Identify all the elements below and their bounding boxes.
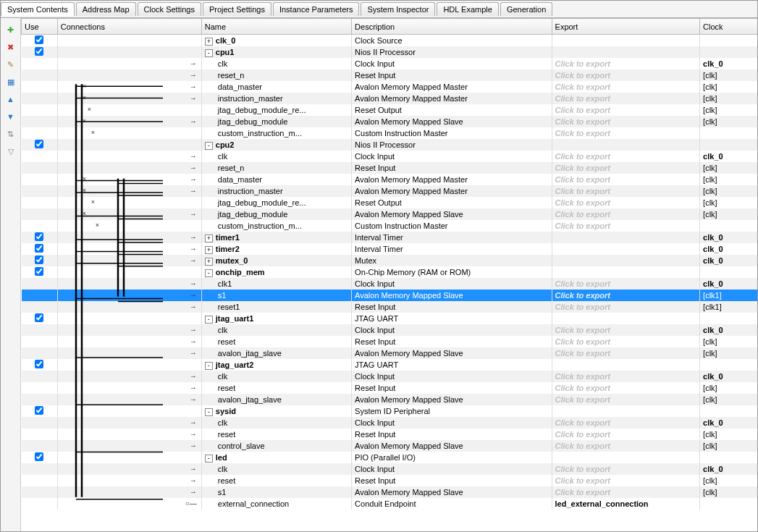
add-button[interactable]: ✚	[4, 23, 17, 36]
collapse-icon[interactable]: -	[205, 142, 213, 150]
collapse-icon[interactable]: -	[205, 408, 213, 416]
row-clock[interactable]: clk_0	[700, 417, 757, 428]
col-header-name[interactable]: Name	[201, 19, 351, 35]
connections-cell[interactable]: →	[57, 371, 201, 382]
connections-cell[interactable]: ○—	[57, 498, 201, 510]
connections-cell[interactable]: →	[57, 463, 201, 475]
tab-system-contents[interactable]: System Contents	[1, 2, 75, 16]
connections-cell[interactable]: →	[57, 162, 201, 174]
collapse-icon[interactable]: -	[205, 316, 213, 324]
tab-address-map[interactable]: Address Map	[76, 2, 136, 16]
row-export[interactable]	[552, 359, 700, 371]
table-row[interactable]: →×data_masterAvalon Memory Mapped Master…	[22, 81, 758, 93]
row-clock[interactable]: clk_0	[700, 324, 757, 336]
row-clock[interactable]	[700, 127, 757, 139]
row-clock[interactable]: [clk]	[700, 336, 757, 347]
row-clock[interactable]: [clk]	[700, 440, 757, 452]
connections-cell[interactable]: →×	[57, 174, 201, 185]
row-clock[interactable]	[700, 452, 757, 463]
table-row[interactable]: →reset_nReset InputClick to export[clk]	[22, 162, 758, 174]
row-export[interactable]: Click to export	[552, 93, 700, 104]
row-clock[interactable]: [clk1]	[700, 290, 757, 301]
row-export[interactable]: Click to export	[552, 197, 700, 208]
table-row[interactable]: →clkClock InputClick to exportclk_0	[22, 417, 758, 428]
row-export[interactable]	[552, 313, 700, 324]
use-checkbox[interactable]	[35, 140, 43, 148]
connections-cell[interactable]: →×	[57, 185, 201, 197]
use-checkbox[interactable]	[35, 35, 43, 44]
table-row[interactable]: →+timer1Interval Timerclk_0🔒0x000410000x…	[22, 232, 758, 243]
row-clock[interactable]: clk_0	[700, 278, 757, 290]
col-header-clock[interactable]: Clock	[700, 19, 757, 35]
row-clock[interactable]	[700, 266, 757, 278]
row-clock[interactable]: [clk]	[700, 394, 757, 405]
use-checkbox[interactable]	[35, 244, 43, 253]
down-button[interactable]: ▼	[4, 110, 17, 123]
row-clock[interactable]: [clk]	[700, 347, 757, 359]
row-export[interactable]: Click to export	[552, 81, 700, 93]
row-clock[interactable]: clk_0	[700, 371, 757, 382]
edit-button[interactable]: ✎	[4, 58, 17, 71]
table-row[interactable]: ×jtag_debug_module_re...Reset OutputClic…	[22, 104, 758, 116]
row-clock[interactable]	[700, 220, 757, 232]
table-row[interactable]: →+mutex_0Mutexclk_0🔒0x000410380x0004103f	[22, 255, 758, 266]
connections-cell[interactable]: →×	[57, 116, 201, 127]
use-checkbox[interactable]	[35, 406, 43, 415]
table-row[interactable]: -jtag_uart1JTAG UART	[22, 313, 758, 324]
connections-cell[interactable]: →	[57, 475, 201, 486]
row-export[interactable]: Click to export	[552, 290, 700, 301]
connections-cell[interactable]	[57, 452, 201, 463]
col-header-connections[interactable]: Connections	[57, 19, 201, 35]
expand-icon[interactable]: +	[205, 246, 213, 254]
row-export[interactable]: Click to export	[552, 371, 700, 382]
connections-cell[interactable]: →	[57, 336, 201, 347]
connections-cell[interactable]: →	[57, 69, 201, 81]
table-row[interactable]: →control_slaveAvalon Memory Mapped Slave…	[22, 440, 758, 452]
connections-cell[interactable]: →	[57, 417, 201, 428]
connections-cell[interactable]: →	[57, 394, 201, 405]
row-export[interactable]	[552, 243, 700, 255]
filter-button[interactable]: ▽	[4, 145, 17, 158]
table-row[interactable]: →resetReset InputClick to export[clk]	[22, 428, 758, 440]
row-clock[interactable]: clk_0	[700, 151, 757, 162]
row-export[interactable]: Click to export	[552, 151, 700, 162]
row-export[interactable]	[552, 232, 700, 243]
table-row[interactable]: →resetReset InputClick to export[clk]	[22, 382, 758, 394]
table-row[interactable]: →clk1Clock InputClick to exportclk_0	[22, 278, 758, 290]
row-clock[interactable]: [clk]	[700, 93, 757, 104]
connections-cell[interactable]	[57, 46, 201, 58]
connections-cell[interactable]: →	[57, 440, 201, 452]
connections-cell[interactable]	[57, 35, 201, 47]
table-row[interactable]: ×custom_instruction_m...Custom Instructi…	[22, 127, 758, 139]
row-export[interactable]	[552, 266, 700, 278]
row-clock[interactable]: clk_0	[700, 463, 757, 475]
conn-button[interactable]: ▦	[4, 75, 17, 88]
use-checkbox[interactable]	[35, 360, 43, 368]
tab-clock-settings[interactable]: Clock Settings	[138, 2, 201, 16]
table-row[interactable]: →s1Avalon Memory Mapped SlaveClick to ex…	[22, 290, 758, 301]
row-clock[interactable]	[700, 46, 757, 58]
table-row[interactable]: →×data_masterAvalon Memory Mapped Master…	[22, 174, 758, 185]
table-row[interactable]: -onchip_memOn-Chip Memory (RAM or ROM)	[22, 266, 758, 278]
connections-cell[interactable]	[57, 139, 201, 151]
row-export[interactable]: Click to export	[552, 486, 700, 498]
delete-button[interactable]: ✖	[4, 41, 17, 54]
row-clock[interactable]	[700, 405, 757, 417]
row-export[interactable]: Click to export	[552, 162, 700, 174]
row-export[interactable]: Click to export	[552, 440, 700, 452]
collapse-icon[interactable]: -	[205, 269, 213, 277]
table-row[interactable]: →reset1Reset InputClick to export[clk1]	[22, 301, 758, 313]
row-export[interactable]: Click to export	[552, 347, 700, 359]
expand-icon[interactable]: +	[205, 235, 213, 242]
row-export[interactable]	[552, 35, 700, 47]
table-row[interactable]: →avalon_jtag_slaveAvalon Memory Mapped S…	[22, 347, 758, 359]
row-clock[interactable]: clk_0	[700, 243, 757, 255]
row-clock[interactable]: [clk]	[700, 104, 757, 116]
collapse-icon[interactable]: -	[205, 455, 213, 463]
connections-cell[interactable]	[57, 266, 201, 278]
connections-cell[interactable]: →	[57, 243, 201, 255]
table-row[interactable]: →clkClock InputClick to exportclk_0	[22, 151, 758, 162]
row-clock[interactable]: clk_0	[700, 255, 757, 266]
connections-cell[interactable]: →	[57, 486, 201, 498]
tab-hdl-example[interactable]: HDL Example	[437, 2, 498, 16]
